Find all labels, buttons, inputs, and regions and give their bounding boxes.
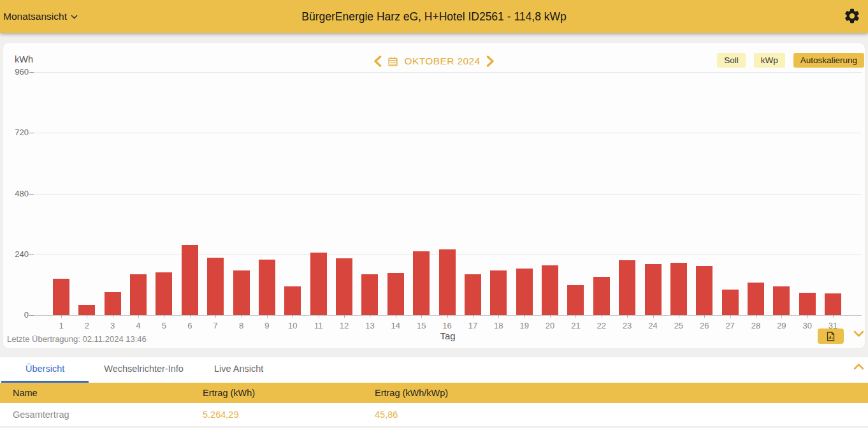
bar-day-27[interactable]	[722, 290, 739, 315]
y-tick-mark	[29, 194, 34, 195]
x-tick-label-29: 29	[772, 321, 791, 330]
x-tick-mark	[473, 315, 474, 318]
x-tick-mark	[61, 315, 62, 318]
app-root: Monatsansicht BürgerEnergie Harz eG, H+H…	[0, 0, 868, 428]
x-tick-label-7: 7	[206, 321, 225, 330]
x-tick-mark	[421, 315, 422, 318]
x-tick-mark	[370, 315, 370, 318]
bar-day-21[interactable]	[567, 285, 584, 315]
x-tick-mark	[498, 315, 499, 318]
gridline-720	[34, 133, 862, 133]
export-chart-button[interactable]	[818, 328, 844, 344]
file-chart-icon	[827, 332, 835, 341]
cell-ertrag-kwh-kwp: 45,86	[362, 410, 868, 420]
bar-day-24[interactable]	[645, 264, 662, 315]
bar-day-17[interactable]	[465, 274, 481, 315]
x-tick-mark	[293, 315, 293, 318]
view-selector-dropdown[interactable]: Monatsansicht	[3, 11, 78, 22]
bar-day-8[interactable]	[233, 270, 250, 315]
x-tick-label-24: 24	[644, 321, 663, 330]
chevron-down-icon	[71, 15, 78, 19]
x-tick-label-27: 27	[721, 321, 740, 330]
bar-day-7[interactable]	[207, 258, 224, 315]
x-axis-title: Tag	[34, 330, 862, 341]
y-tick-label: 960	[3, 67, 29, 77]
y-tick-mark	[29, 315, 34, 316]
tab-uebersicht[interactable]: Übersicht	[1, 357, 89, 383]
x-tick-label-5: 5	[154, 321, 173, 330]
x-tick-label-3: 3	[103, 321, 122, 330]
page-title: BürgerEnergie Harz eG, H+Hotel ID2561 - …	[0, 10, 868, 24]
bar-day-18[interactable]	[490, 270, 507, 315]
column-header-ertrag-kwh: Ertrag (kWh)	[190, 388, 362, 398]
x-tick-mark	[87, 315, 87, 318]
x-tick-mark	[524, 315, 525, 318]
collapse-chart-button[interactable]	[853, 330, 864, 337]
last-transmission-text: Letzte Übertragung: 02.11.2024 13:46	[7, 334, 147, 344]
x-tick-label-4: 4	[129, 321, 148, 330]
x-tick-label-30: 30	[798, 321, 817, 330]
topbar: Monatsansicht BürgerEnergie Harz eG, H+H…	[0, 0, 868, 33]
x-tick-mark	[756, 315, 756, 318]
settings-gear-icon[interactable]	[843, 7, 862, 26]
bar-day-29[interactable]	[773, 286, 790, 315]
x-tick-mark	[653, 315, 654, 318]
x-tick-label-10: 10	[283, 321, 302, 330]
bar-day-5[interactable]	[156, 272, 172, 315]
bar-day-25[interactable]	[670, 263, 687, 315]
bar-day-23[interactable]	[619, 260, 635, 315]
cell-ertrag-kwh: 5.264,29	[190, 410, 362, 420]
bar-day-26[interactable]	[696, 266, 712, 315]
y-tick-mark	[29, 255, 34, 255]
bar-day-20[interactable]	[542, 265, 558, 315]
bar-day-30[interactable]	[799, 293, 816, 315]
bar-day-11[interactable]	[310, 253, 327, 315]
bar-day-4[interactable]	[130, 274, 147, 315]
column-header-name: Name	[0, 388, 190, 398]
x-tick-label-20: 20	[540, 321, 560, 330]
bar-day-12[interactable]	[336, 258, 352, 315]
gear-icon	[843, 7, 861, 25]
x-tick-label-17: 17	[463, 321, 482, 330]
x-tick-mark	[602, 315, 602, 318]
bar-day-14[interactable]	[387, 273, 404, 315]
tab-wechselrichter-info[interactable]: Wechselrichter-Info	[89, 357, 199, 383]
y-tick-mark	[29, 72, 34, 73]
bar-day-16[interactable]	[439, 249, 456, 315]
bar-day-28[interactable]	[748, 283, 764, 315]
x-tick-label-22: 22	[592, 321, 611, 330]
bar-day-1[interactable]	[53, 279, 69, 315]
bar-day-13[interactable]	[361, 274, 378, 315]
bar-day-9[interactable]	[259, 260, 275, 315]
x-tick-label-25: 25	[669, 321, 688, 330]
x-tick-mark	[447, 315, 448, 318]
chart-card: kWh OKTOBER 2024 Soll kWp Autoskalierung…	[3, 42, 865, 349]
x-tick-mark	[138, 315, 139, 318]
x-tick-label-15: 15	[412, 321, 431, 330]
chevron-up-icon	[853, 363, 864, 370]
bar-day-3[interactable]	[105, 292, 121, 315]
bar-day-2[interactable]	[78, 305, 95, 315]
bar-day-15[interactable]	[413, 251, 430, 315]
gridline-480	[34, 194, 862, 195]
x-tick-label-18: 18	[489, 321, 508, 330]
x-tick-label-1: 1	[52, 321, 71, 330]
tab-live-ansicht[interactable]: Live Ansicht	[199, 357, 278, 383]
bar-day-10[interactable]	[284, 286, 301, 315]
bar-day-19[interactable]	[516, 269, 533, 315]
y-tick-label: 720	[3, 128, 29, 137]
x-tick-label-13: 13	[360, 321, 379, 330]
y-tick-mark	[29, 133, 34, 133]
collapse-table-button[interactable]	[853, 363, 864, 370]
bar-day-6[interactable]	[182, 245, 198, 315]
column-header-ertrag-kwh-kwp: Ertrag (kWh/kWp)	[362, 388, 868, 398]
view-selector-label: Monatsansicht	[3, 11, 67, 22]
y-tick-label: 240	[3, 249, 29, 259]
x-tick-mark	[679, 315, 679, 318]
bar-day-22[interactable]	[593, 277, 610, 315]
y-tick-label: 480	[3, 189, 29, 198]
bar-day-31[interactable]	[825, 293, 841, 315]
x-tick-label-6: 6	[180, 321, 199, 330]
x-tick-label-14: 14	[386, 321, 405, 330]
details-section: Übersicht Wechselrichter-Info Live Ansic…	[0, 356, 868, 428]
